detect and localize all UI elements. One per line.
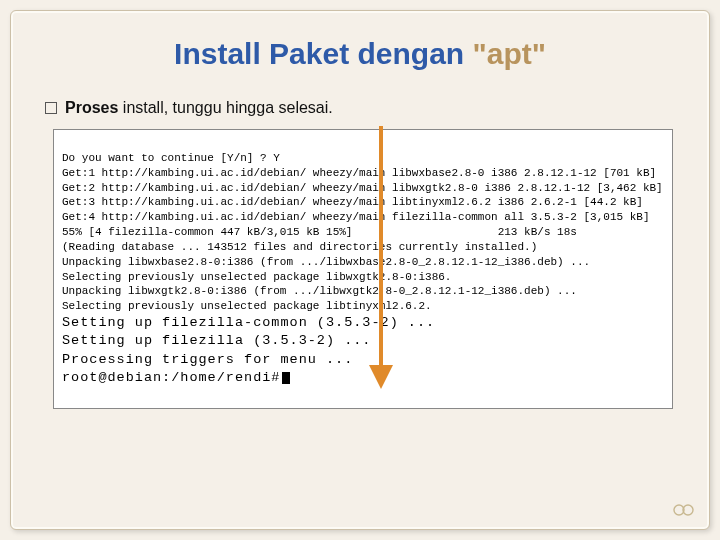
term-line: Get:3 http://kambing.ui.ac.id/debian/ wh… — [62, 196, 643, 208]
term-big-line: Setting up filezilla-common (3.5.3-2) ..… — [62, 315, 435, 330]
title-part1: Install Paket dengan — [174, 37, 472, 70]
term-line: Selecting previously unselected package … — [62, 271, 451, 283]
term-big-line: Setting up filezilla (3.5.3-2) ... — [62, 333, 371, 348]
slide-title: Install Paket dengan "apt" — [39, 37, 681, 71]
title-part2: "apt" — [472, 37, 545, 70]
slide: Install Paket dengan "apt" Proses instal… — [10, 10, 710, 530]
corner-decoration-icon — [673, 501, 695, 519]
term-line: Unpacking libwxgtk2.8-0:i386 (from .../l… — [62, 285, 577, 297]
term-line: Get:2 http://kambing.ui.ac.id/debian/ wh… — [62, 182, 663, 194]
term-line: Selecting previously unselected package … — [62, 300, 432, 312]
term-big-line: Processing triggers for menu ... — [62, 352, 353, 367]
cursor-icon — [282, 372, 290, 384]
term-line: Do you want to continue [Y/n] ? Y — [62, 152, 280, 164]
terminal-screenshot: Do you want to continue [Y/n] ? Y Get:1 … — [53, 129, 673, 409]
term-line: Get:1 http://kambing.ui.ac.id/debian/ wh… — [62, 167, 656, 179]
bullet-rest: install, tunggu hingga selesai. — [118, 99, 332, 116]
term-prompt: root@debian:/home/rendi# — [62, 370, 280, 385]
term-line: Get:4 http://kambing.ui.ac.id/debian/ wh… — [62, 211, 650, 223]
bullet-line: Proses install, tunggu hingga selesai. — [45, 99, 681, 117]
bullet-icon — [45, 102, 57, 114]
term-line: 55% [4 filezilla-common 447 kB/3,015 kB … — [62, 226, 577, 238]
term-line: (Reading database ... 143512 files and d… — [62, 241, 537, 253]
bullet-bold: Proses — [65, 99, 118, 116]
term-line: Unpacking libwxbase2.8-0:i386 (from .../… — [62, 256, 590, 268]
